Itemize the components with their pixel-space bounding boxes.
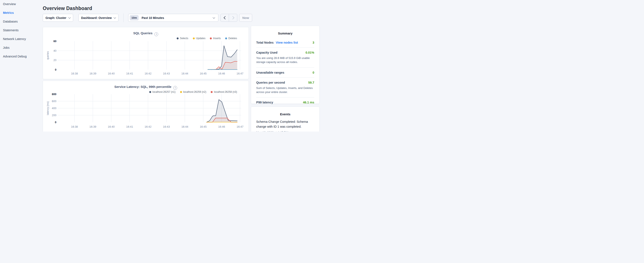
svg-text:800: 800 <box>52 93 56 96</box>
controls-divider <box>123 14 124 22</box>
event-text: Schema Change Completed: Schema change w… <box>256 119 314 129</box>
summary-row-line: Queries per second59.7 <box>256 81 314 84</box>
sql-queries-plot[interactable]: 16:3816:3916:4016:4116:4216:4316:4416:45… <box>43 27 248 79</box>
summary-label: P99 latency <box>256 101 273 104</box>
summary-row-line: Capacity Used0.01% <box>256 51 314 54</box>
svg-text:16:45: 16:45 <box>200 125 207 128</box>
summary-row-p99-latency: P99 latency46.1 ms <box>256 97 314 107</box>
summary-label: Capacity Used <box>256 51 278 54</box>
dashboard-dropdown-label: Dashboard: Overview <box>81 16 112 20</box>
summary-row-total-nodes: Total NodesView nodes list3 <box>256 38 314 48</box>
summary-note: Sum of Selects, Updates, Inserts, and De… <box>256 86 314 94</box>
svg-text:16:41: 16:41 <box>126 72 133 75</box>
event-timestamp: May 13, 2020 at 4:45 PM <box>256 131 314 132</box>
svg-text:16:39: 16:39 <box>89 125 96 128</box>
events-panel: Events Schema Change Completed: Schema c… <box>251 107 320 132</box>
summary-row-capacity-used: Capacity Used0.01%You are using 28.6 MiB… <box>256 48 314 68</box>
summary-rows: Total NodesView nodes list3Capacity Used… <box>256 38 314 107</box>
summary-value: 59.7 <box>308 81 314 84</box>
svg-text:16:43: 16:43 <box>163 72 170 75</box>
graph-dropdown-label: Graph: Cluster <box>46 16 66 20</box>
summary-value: 0.01% <box>306 51 314 54</box>
time-pager <box>220 14 237 22</box>
events-title: Events <box>251 112 319 116</box>
svg-text:16:38: 16:38 <box>71 125 78 128</box>
summary-label: Queries per second <box>256 81 285 84</box>
svg-text:16:47: 16:47 <box>237 72 244 75</box>
summary-row-queries-per-second: Queries per second59.7Sum of Selects, Up… <box>256 78 314 98</box>
summary-row-line: Total NodesView nodes list3 <box>256 41 314 44</box>
sql-queries-chart-card: SQL Queriesi SelectsUpdatesInsertsDelete… <box>43 27 249 79</box>
svg-text:16:46: 16:46 <box>218 125 225 128</box>
svg-text:16:44: 16:44 <box>181 72 188 75</box>
events-list: Schema Change Completed: Schema change w… <box>251 119 319 132</box>
svg-text:400: 400 <box>52 107 56 110</box>
time-backward-button[interactable] <box>221 14 229 22</box>
sidebar-item-network-latency[interactable]: Network Latency <box>3 38 26 41</box>
svg-text:queries: queries <box>46 51 49 60</box>
sidebar-item-metrics[interactable]: Metrics <box>3 11 26 15</box>
svg-text:0: 0 <box>55 68 56 71</box>
summary-value: 46.1 ms <box>303 101 314 104</box>
summary-row-unavailable-ranges: Unavailable ranges0 <box>256 68 314 78</box>
now-button[interactable]: Now <box>239 14 252 22</box>
event-item[interactable]: Schema Change Completed: Schema change w… <box>256 119 314 132</box>
graph-dropdown[interactable]: Graph: Cluster <box>43 14 73 22</box>
chevron-down-icon <box>212 16 215 19</box>
dashboard-dropdown[interactable]: Dashboard: Overview <box>78 14 118 22</box>
time-range-label: Past 10 Minutes <box>142 16 213 20</box>
time-forward-button[interactable] <box>229 14 237 22</box>
svg-text:16:40: 16:40 <box>108 72 114 75</box>
svg-text:0: 0 <box>55 121 56 124</box>
summary-title: Summary <box>251 32 319 35</box>
sidebar-item-databases[interactable]: Databases <box>3 20 26 23</box>
svg-text:200: 200 <box>52 114 56 117</box>
chevron-down-icon <box>114 16 116 19</box>
svg-text:16:42: 16:42 <box>144 72 152 75</box>
svg-text:600: 600 <box>52 100 56 103</box>
svg-text:16:44: 16:44 <box>181 125 188 128</box>
svg-text:16:40: 16:40 <box>108 125 114 128</box>
summary-panel: Summary Total NodesView nodes list3Capac… <box>251 26 320 104</box>
svg-text:latency (ms): latency (ms) <box>46 101 49 115</box>
sidebar-item-jobs[interactable]: Jobs <box>3 46 26 49</box>
chevron-left-icon <box>224 16 227 20</box>
sidebar-item-overview[interactable]: Overview <box>3 3 26 6</box>
service-latency-chart-card: Service Latency: SQL, 99th percentilei l… <box>43 81 249 132</box>
time-range-badge: 10m <box>130 15 138 21</box>
summary-value: 0 <box>312 71 314 74</box>
svg-text:20: 20 <box>53 59 56 62</box>
service-latency-plot[interactable]: 16:3816:3916:4016:4116:4216:4316:4416:45… <box>43 81 248 132</box>
view-nodes-list-link[interactable]: View nodes list <box>276 41 298 44</box>
summary-label: Unavailable ranges <box>256 71 284 74</box>
svg-text:16:42: 16:42 <box>144 125 152 128</box>
time-range-picker[interactable]: 10m Past 10 Minutes <box>128 14 218 22</box>
summary-row-line: Unavailable ranges0 <box>256 71 314 74</box>
sidebar-item-statements[interactable]: Statements <box>3 29 26 32</box>
svg-text:16:46: 16:46 <box>218 72 225 75</box>
svg-text:16:47: 16:47 <box>237 125 244 128</box>
sidebar-item-advanced-debug[interactable]: Advanced Debug <box>3 55 26 58</box>
page-title: Overview Dashboard <box>43 6 92 11</box>
svg-text:16:43: 16:43 <box>163 125 170 128</box>
summary-note: You are using 28.6 MiB of 515.9 GiB usab… <box>256 56 314 64</box>
svg-text:60: 60 <box>53 40 56 43</box>
svg-text:16:39: 16:39 <box>90 72 96 75</box>
summary-value: 3 <box>312 41 314 44</box>
svg-text:16:41: 16:41 <box>126 125 133 128</box>
svg-text:16:38: 16:38 <box>71 72 78 75</box>
chevron-right-icon <box>231 16 234 20</box>
summary-label: Total Nodes <box>256 41 274 44</box>
summary-row-line: P99 latency46.1 ms <box>256 101 314 104</box>
controls-row: Graph: Cluster Dashboard: Overview 10m P… <box>43 14 253 22</box>
svg-text:40: 40 <box>53 49 56 52</box>
svg-text:16:45: 16:45 <box>200 72 207 75</box>
chevron-down-icon <box>68 16 70 19</box>
sidebar: OverviewMetricsDatabasesStatementsNetwor… <box>3 3 26 58</box>
